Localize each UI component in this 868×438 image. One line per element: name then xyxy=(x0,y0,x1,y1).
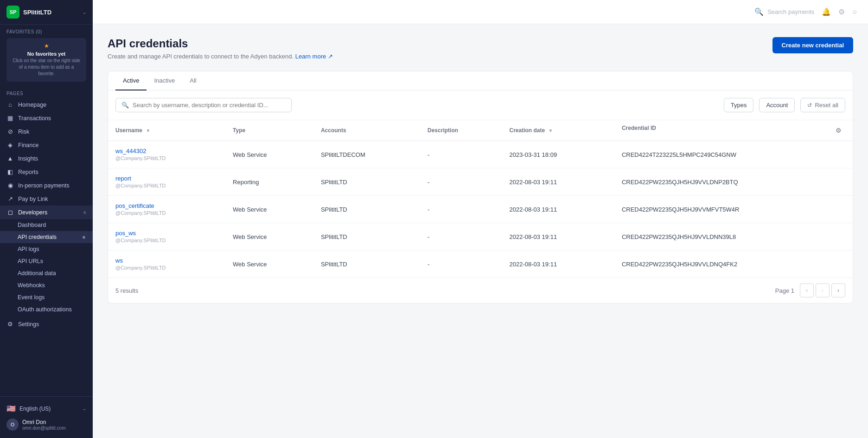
subnav-item-api-credentials[interactable]: API credentials ★ xyxy=(0,231,93,243)
cell-type: Web Service xyxy=(225,223,313,251)
subnav-label: Dashboard xyxy=(18,222,46,228)
sidebar-item-insights[interactable]: ▲ Insights xyxy=(0,152,93,165)
sidebar-item-label: In-person payments xyxy=(18,182,86,189)
username-link[interactable]: ws xyxy=(115,257,218,264)
sidebar-item-label: Transactions xyxy=(18,115,86,122)
subnav-label: OAuth authorizations xyxy=(18,306,72,313)
sidebar-item-transactions[interactable]: ▦ Transactions xyxy=(0,111,93,125)
sidebar-item-pay-by-link[interactable]: ↗ Pay by Link xyxy=(0,192,93,206)
gear-icon[interactable]: ⚙ xyxy=(838,7,845,16)
in-person-icon: ◉ xyxy=(6,182,14,189)
cell-accounts: SPlititLTDECOM xyxy=(313,141,420,168)
credentials-table: Username ▼ Type Accounts Description Cre… xyxy=(108,120,853,277)
cell-username: pos_ws @Company.SPlititLTD xyxy=(108,223,225,251)
insights-icon: ▲ xyxy=(6,155,14,162)
next-page-button[interactable]: › xyxy=(831,283,845,297)
subnav-item-oauth[interactable]: OAuth authorizations xyxy=(0,303,93,316)
column-settings-button[interactable]: ⚙ xyxy=(832,125,845,136)
no-favorites-title: No favorites yet xyxy=(12,51,81,57)
cell-description: - xyxy=(420,223,502,251)
sidebar-item-risk[interactable]: ⊘ Risk xyxy=(0,125,93,138)
learn-more-link[interactable]: Learn more ↗ xyxy=(295,53,333,60)
search-icon: 🔍 xyxy=(754,7,764,16)
sort-date-icon[interactable]: ▼ xyxy=(549,128,553,133)
subnav-label: API URLs xyxy=(18,258,43,264)
table-row: report @Company.SPlititLTD Reporting SPl… xyxy=(108,168,853,196)
sidebar-item-label: Reports xyxy=(18,169,86,175)
username-link[interactable]: ws_444302 xyxy=(115,148,218,155)
subnav-item-additional-data[interactable]: Additional data xyxy=(0,267,93,279)
sidebar-item-in-person-payments[interactable]: ◉ In-person payments xyxy=(0,179,93,192)
tab-inactive[interactable]: Inactive xyxy=(147,71,182,90)
results-count: 5 results xyxy=(115,287,138,294)
subnav-label: API credentials xyxy=(18,234,57,240)
col-description: Description xyxy=(420,120,502,141)
company-logo: SP xyxy=(6,6,19,19)
first-page-button[interactable]: « xyxy=(800,283,814,297)
no-favorites-box: ★ No favorites yet Click on the star on … xyxy=(6,38,86,82)
company-label: @Company.SPlititLTD xyxy=(115,238,166,243)
developers-chevron-icon: ∧ xyxy=(83,210,86,215)
cell-credential-id: CRED422PW2235QJH5HJ9VVLDNP2BTQ xyxy=(614,168,853,196)
cell-creation-date: 2023-03-31 18:09 xyxy=(502,141,614,168)
tab-active[interactable]: Active xyxy=(115,71,147,90)
notification-icon[interactable]: 🔔 xyxy=(822,7,831,16)
sidebar-header[interactable]: SP SPlititLTD ⌄ xyxy=(0,0,93,25)
no-favorites-desc: Click on the star on the right side of a… xyxy=(12,58,81,77)
subnav-item-webhooks[interactable]: Webhooks xyxy=(0,279,93,291)
subnav-item-event-logs[interactable]: Event logs xyxy=(0,291,93,303)
sidebar-item-homepage[interactable]: ⌂ Homepage xyxy=(0,98,93,111)
company-label: @Company.SPlititLTD xyxy=(115,155,166,161)
tabs-bar: Active Inactive All xyxy=(108,71,853,90)
sidebar: SP SPlititLTD ⌄ FAVORITES (0) ★ No favor… xyxy=(0,0,93,438)
avatar: O xyxy=(6,419,19,431)
search-small-icon: 🔍 xyxy=(121,102,129,109)
subnav-label: Webhooks xyxy=(18,282,45,289)
subnav-item-api-logs[interactable]: API logs xyxy=(0,243,93,255)
cell-type: Web Service xyxy=(225,141,313,168)
cell-type: Reporting xyxy=(225,168,313,196)
user-circle-icon[interactable]: ○ xyxy=(852,8,857,16)
flag-icon: 🇺🇸 xyxy=(6,404,16,413)
subnav-item-dashboard[interactable]: Dashboard xyxy=(0,219,93,231)
subnav-item-api-urls[interactable]: API URLs xyxy=(0,255,93,267)
cell-username: ws_444302 @Company.SPlititLTD xyxy=(108,141,225,168)
prev-page-button[interactable]: ‹ xyxy=(816,283,830,297)
sidebar-item-reports[interactable]: ◧ Reports xyxy=(0,165,93,179)
search-input[interactable] xyxy=(133,102,286,109)
company-label: @Company.SPlititLTD xyxy=(115,265,166,271)
username-link[interactable]: pos_certificate xyxy=(115,202,218,209)
pagination: Page 1 « ‹ › xyxy=(775,283,845,297)
reset-all-button[interactable]: ↺ Reset all xyxy=(800,98,845,112)
topbar-search[interactable]: 🔍 Search payments xyxy=(754,7,814,16)
finance-icon: ◈ xyxy=(6,142,14,148)
table-row: pos_ws @Company.SPlititLTD Web Service S… xyxy=(108,223,853,251)
cell-description: - xyxy=(420,251,502,278)
sort-icon[interactable]: ▼ xyxy=(146,128,150,133)
developers-subnav: Dashboard API credentials ★ API logs API… xyxy=(0,219,93,316)
account-filter-button[interactable]: Account xyxy=(759,98,795,112)
favorites-label: FAVORITES (0) xyxy=(6,29,86,34)
favorite-star-icon[interactable]: ★ xyxy=(82,234,86,240)
table-search[interactable]: 🔍 xyxy=(115,98,292,112)
create-credential-button[interactable]: Create new credential xyxy=(772,37,853,53)
types-filter-button[interactable]: Types xyxy=(724,98,754,112)
cell-creation-date: 2022-08-03 19:11 xyxy=(502,168,614,196)
tab-all[interactable]: All xyxy=(182,71,204,90)
sidebar-chevron-icon: ⌄ xyxy=(83,10,86,15)
credentials-card: Active Inactive All 🔍 Types Account ↺ Re… xyxy=(108,71,853,303)
page-title-section: API credentials Create and manage API cr… xyxy=(108,37,772,60)
col-username: Username ▼ xyxy=(108,120,225,141)
favorites-star-icon: ★ xyxy=(12,43,81,49)
cell-username: ws @Company.SPlititLTD xyxy=(108,251,225,278)
search-filter-row: 🔍 Types Account ↺ Reset all xyxy=(108,90,853,120)
username-link[interactable]: pos_ws xyxy=(115,230,218,237)
table-row: ws @Company.SPlititLTD Web Service SPlit… xyxy=(108,251,853,278)
language-selector[interactable]: 🇺🇸 English (US) ⌄ xyxy=(6,401,86,416)
pages-label: PAGES xyxy=(0,86,93,98)
username-link[interactable]: report xyxy=(115,175,218,182)
table-row: pos_certificate @Company.SPlititLTD Web … xyxy=(108,196,853,223)
sidebar-item-developers[interactable]: ◻ Developers ∧ xyxy=(0,206,93,219)
sidebar-item-finance[interactable]: ◈ Finance xyxy=(0,138,93,152)
sidebar-item-settings[interactable]: ⚙ Settings xyxy=(0,317,93,331)
